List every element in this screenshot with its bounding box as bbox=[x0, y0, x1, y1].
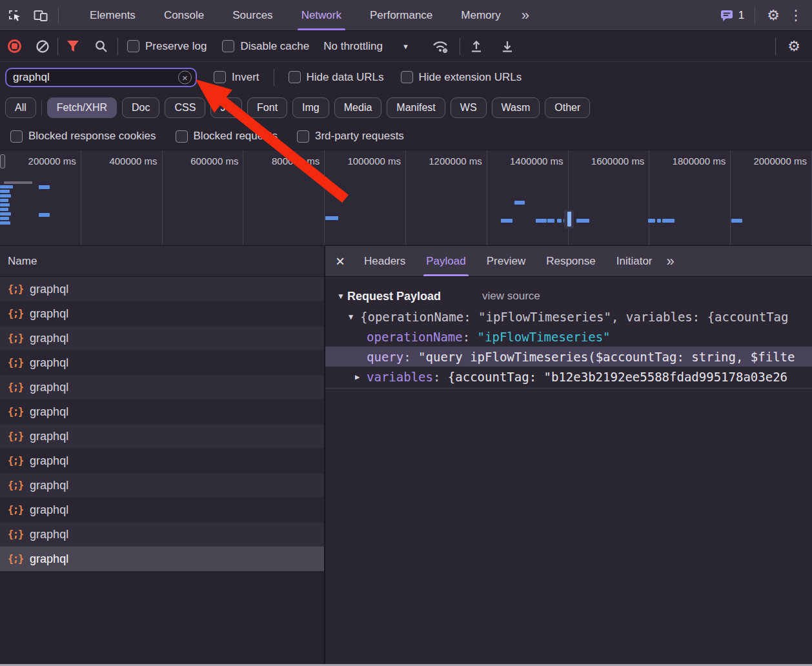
tab-console[interactable]: Console bbox=[150, 0, 218, 30]
type-filter-manifest[interactable]: Manifest bbox=[387, 97, 445, 118]
request-mark[interactable] bbox=[0, 199, 8, 202]
hide-data-urls-checkbox[interactable]: Hide data URLs bbox=[289, 71, 384, 84]
type-filter-ws[interactable]: WS bbox=[451, 97, 487, 118]
request-mark[interactable] bbox=[39, 185, 50, 189]
checkbox[interactable] bbox=[289, 71, 301, 83]
request-mark[interactable] bbox=[648, 219, 655, 223]
request-row[interactable]: {;}graphql bbox=[0, 522, 324, 547]
request-mark[interactable] bbox=[0, 203, 10, 207]
details-tab-preview[interactable]: Preview bbox=[476, 246, 536, 276]
request-row[interactable]: {;}graphql bbox=[0, 424, 324, 449]
hide-extension-urls-label[interactable]: Hide extension URLs bbox=[419, 71, 522, 84]
type-filter-other[interactable]: Other bbox=[545, 97, 590, 118]
request-row[interactable]: {;}graphql bbox=[0, 399, 324, 424]
type-filter-doc[interactable]: Doc bbox=[122, 97, 159, 118]
settings-gear-icon[interactable]: ⚙ bbox=[762, 8, 785, 23]
details-tab-headers[interactable]: Headers bbox=[354, 246, 416, 276]
request-row[interactable]: {;}graphql bbox=[0, 375, 324, 399]
type-filter-js[interactable]: JS bbox=[210, 97, 242, 118]
clear-network-log-icon[interactable] bbox=[36, 39, 50, 54]
request-mark[interactable] bbox=[547, 219, 554, 223]
invert-checkbox[interactable]: Invert bbox=[214, 71, 259, 84]
device-toolbar-icon[interactable] bbox=[30, 5, 52, 26]
payload-variables-line[interactable]: ▶variables: {accountTag: "b12e3b2192ee55… bbox=[325, 367, 812, 387]
import-har-icon[interactable] bbox=[469, 39, 483, 54]
network-settings-gear-icon[interactable]: ⚙ bbox=[782, 39, 812, 54]
request-mark[interactable] bbox=[325, 216, 338, 220]
payload-root-line[interactable]: ▼{operationName: "ipFlowTimeseries", var… bbox=[325, 307, 812, 327]
request-row[interactable]: {;}graphql bbox=[0, 498, 324, 522]
details-tab-response[interactable]: Response bbox=[536, 246, 606, 276]
request-mark[interactable] bbox=[0, 208, 8, 211]
filter-input[interactable] bbox=[13, 71, 176, 84]
tab-sources[interactable]: Sources bbox=[218, 0, 287, 30]
request-row-selected[interactable]: {;}graphql bbox=[0, 547, 324, 571]
inspect-element-icon[interactable] bbox=[4, 5, 26, 26]
type-filter-fetch-xhr[interactable]: Fetch/XHR bbox=[47, 97, 117, 118]
preserve-log-checkbox[interactable]: Preserve log bbox=[127, 40, 207, 53]
tab-performance[interactable]: Performance bbox=[356, 0, 447, 30]
payload-query-line[interactable]: query: "query ipFlowTimeseries($accountT… bbox=[325, 347, 812, 367]
filter-input-box[interactable]: × bbox=[5, 68, 197, 87]
request-mark[interactable] bbox=[536, 219, 547, 223]
request-mark[interactable] bbox=[514, 201, 525, 205]
request-mark[interactable] bbox=[567, 212, 571, 227]
checkbox[interactable] bbox=[10, 130, 23, 143]
blocked-requests-label[interactable]: Blocked requests bbox=[194, 130, 278, 143]
type-filter-font[interactable]: Font bbox=[247, 97, 287, 118]
export-har-icon[interactable] bbox=[500, 39, 514, 54]
request-mark[interactable] bbox=[0, 190, 10, 193]
network-overview-timeline[interactable]: 200000 ms 400000 ms 600000 ms 800000 ms … bbox=[0, 150, 812, 246]
filter-funnel-icon[interactable] bbox=[66, 40, 80, 53]
tab-memory[interactable]: Memory bbox=[447, 0, 514, 30]
request-mark[interactable] bbox=[0, 221, 10, 225]
request-mark[interactable] bbox=[662, 219, 675, 223]
tab-network[interactable]: Network bbox=[287, 0, 356, 30]
third-party-requests-checkbox[interactable]: 3rd-party requests bbox=[297, 130, 404, 143]
third-party-requests-label[interactable]: 3rd-party requests bbox=[315, 130, 404, 143]
request-payload-section[interactable]: ▼ Request Payload view source bbox=[325, 286, 812, 307]
request-row[interactable]: {;}graphql bbox=[0, 473, 324, 498]
request-row[interactable]: {;}graphql bbox=[0, 350, 324, 375]
collapse-triangle-icon[interactable]: ▼ bbox=[337, 292, 347, 301]
request-mark[interactable] bbox=[0, 212, 11, 216]
more-tabs-icon[interactable]: » bbox=[515, 7, 536, 24]
type-filter-media[interactable]: Media bbox=[334, 97, 382, 118]
expand-triangle-icon[interactable]: ▶ bbox=[355, 372, 367, 381]
throttling-select[interactable]: No throttling ▼ bbox=[323, 40, 409, 53]
blocked-response-cookies-checkbox[interactable]: Blocked response cookies bbox=[10, 130, 156, 143]
details-tab-initiator[interactable]: Initiator bbox=[606, 246, 663, 276]
overview-scroll-handle[interactable] bbox=[0, 154, 5, 168]
request-mark[interactable] bbox=[0, 217, 9, 220]
view-source-link[interactable]: view source bbox=[482, 290, 540, 303]
payload-operation-name-line[interactable]: operationName: "ipFlowTimeseries" bbox=[325, 327, 812, 347]
invert-label[interactable]: Invert bbox=[232, 71, 259, 84]
request-mark[interactable] bbox=[557, 219, 562, 223]
blocked-requests-checkbox[interactable]: Blocked requests bbox=[176, 130, 278, 143]
kebab-menu-icon[interactable]: ⋮ bbox=[785, 7, 812, 24]
blocked-response-cookies-label[interactable]: Blocked response cookies bbox=[28, 130, 156, 143]
type-filter-all[interactable]: All bbox=[5, 97, 36, 118]
checkbox[interactable] bbox=[401, 71, 413, 83]
request-row[interactable]: {;}graphql bbox=[0, 277, 324, 301]
hide-extension-urls-checkbox[interactable]: Hide extension URLs bbox=[401, 71, 522, 84]
record-network-log-button[interactable] bbox=[8, 39, 21, 53]
checkbox[interactable] bbox=[297, 130, 309, 143]
disable-cache-label[interactable]: Disable cache bbox=[240, 40, 309, 53]
request-mark[interactable] bbox=[4, 181, 32, 184]
request-mark[interactable] bbox=[731, 219, 742, 223]
request-mark[interactable] bbox=[501, 219, 513, 223]
checkbox[interactable] bbox=[222, 40, 234, 52]
checkbox[interactable] bbox=[176, 130, 188, 143]
hide-data-urls-label[interactable]: Hide data URLs bbox=[307, 71, 384, 84]
details-tab-payload[interactable]: Payload bbox=[416, 246, 476, 276]
request-mark[interactable] bbox=[657, 219, 661, 223]
clear-filter-icon[interactable]: × bbox=[178, 70, 192, 84]
name-column-header[interactable]: Name bbox=[0, 246, 324, 277]
checkbox[interactable] bbox=[214, 71, 226, 83]
disable-cache-checkbox[interactable]: Disable cache bbox=[222, 40, 309, 53]
request-row[interactable]: {;}graphql bbox=[0, 449, 324, 473]
request-mark[interactable] bbox=[0, 194, 11, 197]
tab-elements[interactable]: Elements bbox=[76, 0, 150, 30]
type-filter-img[interactable]: Img bbox=[292, 97, 329, 118]
